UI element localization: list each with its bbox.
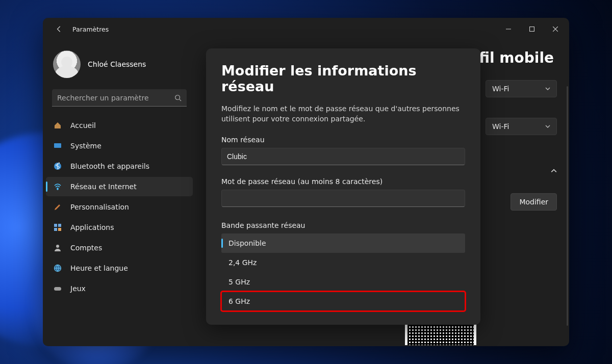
sidebar-item-label: Personnalisation — [70, 203, 129, 211]
profile-block[interactable]: Chloé Claessens — [43, 45, 196, 86]
sidebar: Chloé Claessens Rechercher un paramètre … — [43, 40, 196, 346]
sidebar-item-label: Bluetooth et appareils — [70, 162, 149, 170]
wifi-icon — [53, 182, 62, 191]
back-button[interactable] — [52, 22, 66, 36]
network-band-label: Bande passante réseau — [221, 221, 465, 229]
search-icon — [174, 94, 182, 101]
dropdown-value: Wi-Fi — [492, 122, 509, 131]
maximize-button[interactable] — [520, 18, 544, 40]
sidebar-item-network[interactable]: Réseau et Internet — [46, 177, 193, 196]
svg-rect-11 — [54, 287, 61, 291]
svg-rect-5 — [54, 224, 57, 227]
window-title: Paramètres — [72, 25, 109, 33]
minimize-button[interactable] — [497, 18, 520, 40]
network-name-label: Nom réseau — [221, 136, 465, 144]
svg-rect-7 — [54, 228, 57, 231]
sidebar-item-system[interactable]: Système — [46, 136, 193, 155]
person-icon — [53, 243, 62, 252]
share-over-dropdown-1[interactable]: Wi-Fi — [486, 80, 557, 97]
sidebar-item-gaming[interactable]: Jeux — [46, 279, 193, 298]
band-option-label: 2,4 GHz — [228, 258, 257, 267]
search-input[interactable]: Rechercher un paramètre — [52, 89, 187, 107]
sidebar-item-accounts[interactable]: Comptes — [46, 238, 193, 257]
sidebar-item-time-language[interactable]: Heure et langue — [46, 258, 193, 278]
apps-icon — [53, 223, 62, 232]
svg-rect-8 — [58, 228, 61, 231]
brush-icon — [53, 202, 62, 212]
band-option-label: 5 GHz — [228, 278, 250, 286]
svg-point-1 — [175, 95, 180, 99]
settings-window: Paramètres Chloé Claessens Rechercher un… — [43, 18, 569, 346]
network-name-input[interactable] — [221, 148, 465, 165]
nav: Accueil Système Bluetooth et appareils R… — [43, 114, 196, 301]
search-placeholder: Rechercher un paramètre — [57, 94, 149, 102]
band-option-5ghz[interactable]: 5 GHz — [221, 272, 465, 292]
home-icon — [53, 121, 62, 130]
dialog-title: Modifier les informations réseau — [221, 63, 465, 94]
network-password-label: Mot de passe réseau (au moins 8 caractèr… — [221, 177, 465, 186]
band-option-6ghz[interactable]: 6 GHz — [221, 292, 465, 311]
svg-rect-0 — [530, 27, 534, 32]
svg-point-9 — [56, 245, 59, 248]
system-icon — [53, 141, 62, 150]
sidebar-item-label: Applications — [70, 223, 114, 231]
network-password-input[interactable] — [221, 190, 465, 207]
svg-rect-6 — [58, 224, 61, 227]
share-over-dropdown-2[interactable]: Wi-Fi — [486, 118, 557, 135]
sidebar-item-home[interactable]: Accueil — [46, 116, 193, 135]
band-options-list: Disponible 2,4 GHz 5 GHz 6 GHz — [221, 233, 465, 311]
sidebar-item-label: Réseau et Internet — [70, 183, 137, 191]
dialog-description: Modifiez le nom et le mot de passe résea… — [221, 103, 465, 124]
band-option-available[interactable]: Disponible — [221, 233, 465, 253]
dropdown-value: Wi-Fi — [492, 85, 509, 93]
sidebar-item-label: Accueil — [70, 121, 96, 129]
scrollbar[interactable] — [567, 86, 568, 326]
modify-button[interactable]: Modifier — [511, 193, 557, 211]
band-option-2-4ghz[interactable]: 2,4 GHz — [221, 253, 465, 272]
sidebar-item-bluetooth[interactable]: Bluetooth et appareils — [46, 157, 193, 176]
band-option-label: Disponible — [228, 239, 266, 247]
band-option-label: 6 GHz — [228, 297, 250, 305]
sidebar-item-label: Jeux — [70, 284, 86, 293]
close-button[interactable] — [544, 18, 567, 40]
modify-button-label: Modifier — [519, 198, 548, 206]
chevron-up-icon[interactable] — [551, 166, 557, 176]
chevron-down-icon — [545, 122, 550, 131]
titlebar: Paramètres — [43, 18, 569, 40]
qr-code — [405, 322, 476, 345]
avatar — [53, 50, 81, 78]
gamepad-icon — [53, 284, 62, 293]
bluetooth-icon — [53, 162, 62, 171]
svg-point-4 — [57, 189, 58, 190]
sidebar-item-personalization[interactable]: Personnalisation — [46, 197, 193, 217]
sidebar-item-apps[interactable]: Applications — [46, 218, 193, 237]
globe-icon — [53, 264, 62, 273]
chevron-down-icon — [545, 85, 550, 93]
sidebar-item-label: Comptes — [70, 244, 102, 252]
svg-rect-2 — [54, 143, 61, 148]
sidebar-item-label: Système — [70, 142, 101, 150]
edit-network-dialog: Modifier les informations réseau Modifie… — [206, 48, 480, 325]
sidebar-item-label: Heure et langue — [70, 264, 128, 272]
profile-name: Chloé Claessens — [88, 60, 146, 68]
